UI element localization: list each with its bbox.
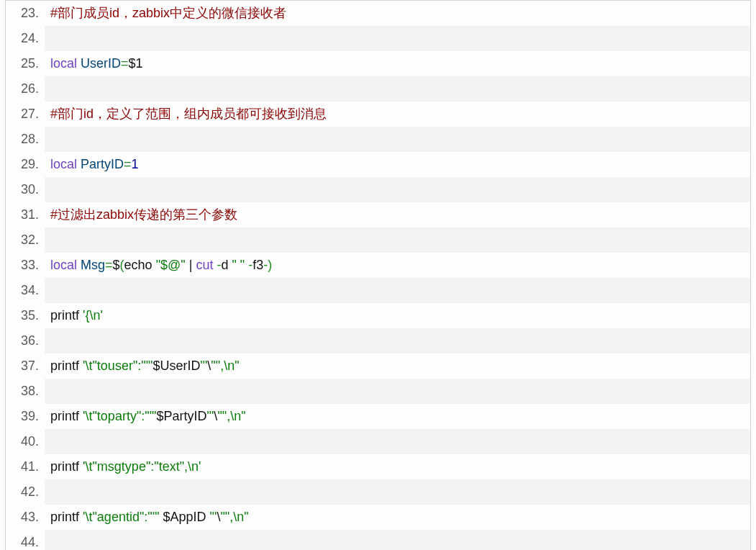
code-token: f3 — [252, 258, 263, 272]
code-line: 28. — [6, 127, 750, 152]
line-number: 23. — [6, 1, 45, 26]
code-line: 37.printf '\t"touser":"'"$UserID"'\"",\n… — [6, 353, 750, 379]
code-token: cut — [196, 258, 213, 272]
code-token: #部门id，定义了范围，组内成员都可接收到消息 — [50, 107, 327, 121]
code-token: printf — [50, 510, 83, 524]
line-content: printf '{\n' — [45, 303, 750, 328]
line-number: 26. — [6, 76, 45, 102]
line-content — [45, 26, 750, 51]
code-token: local — [50, 157, 77, 171]
code-line: 35.printf '{\n' — [6, 303, 750, 328]
line-number: 31. — [6, 202, 45, 227]
line-number: 33. — [6, 253, 45, 278]
code-token: " " — [232, 258, 245, 272]
line-number: 39. — [6, 404, 45, 429]
code-token: 1 — [132, 157, 139, 171]
line-number: 24. — [6, 26, 45, 51]
code-token: $ — [113, 258, 120, 272]
code-token: #过滤出zabbix传递的第三个参数 — [50, 207, 237, 222]
code-token: | — [186, 258, 196, 272]
code-token: $UserID — [153, 359, 201, 373]
line-content: #过滤出zabbix传递的第三个参数 — [45, 202, 750, 227]
line-number: 28. — [6, 127, 45, 152]
line-number: 41. — [6, 454, 45, 479]
code-line: 31.#过滤出zabbix传递的第三个参数 — [6, 202, 750, 227]
code-token: "$@" — [156, 258, 186, 272]
code-line-list: 23.#部门成员id，zabbix中定义的微信接收者24. 25.local U… — [6, 1, 750, 550]
code-line: 30. — [6, 177, 750, 202]
code-line: 36. — [6, 328, 750, 353]
code-token: "' — [210, 510, 217, 524]
line-number: 35. — [6, 303, 45, 328]
code-token: d — [221, 258, 232, 272]
line-content — [45, 278, 750, 303]
line-content: local Msg=$(echo "$@" | cut -d " " -f3-) — [45, 253, 750, 278]
code-line: 38. — [6, 379, 750, 404]
code-token: $AppID — [160, 510, 210, 524]
line-number: 30. — [6, 177, 45, 202]
line-content: printf '\t"toparty":"'"$PartyID"'\"",\n" — [45, 404, 750, 429]
code-token: "' — [207, 409, 214, 423]
line-number: 42. — [6, 479, 45, 505]
line-content: printf '\t"touser":"'"$UserID"'\"",\n" — [45, 353, 750, 379]
code-token: '\t"toparty":"'" — [83, 409, 156, 423]
code-token: printf — [50, 308, 83, 323]
code-token: printf — [50, 459, 83, 474]
code-line: 43.printf '\t"agentid":"'" $AppID "'\"",… — [6, 505, 750, 530]
line-content — [45, 379, 750, 404]
code-token: $PartyID — [157, 409, 207, 423]
line-content — [45, 227, 750, 253]
line-number: 25. — [6, 51, 45, 76]
code-line: 44. — [6, 530, 750, 550]
code-token: printf — [50, 359, 83, 373]
code-token: local — [50, 56, 77, 71]
line-content — [45, 479, 750, 505]
code-token: = — [121, 56, 129, 71]
code-line: 40. — [6, 429, 750, 454]
line-content — [45, 328, 750, 353]
line-content: printf '\t"agentid":"'" $AppID "'\"",\n" — [45, 505, 750, 530]
code-line: 32. — [6, 227, 750, 253]
code-line: 24. — [6, 26, 750, 51]
code-token: ) — [268, 258, 272, 272]
line-number: 37. — [6, 353, 45, 379]
code-line: 33.local Msg=$(echo "$@" | cut -d " " -f… — [6, 253, 750, 278]
line-content — [45, 76, 750, 102]
code-line: 39.printf '\t"toparty":"'"$PartyID"'\"",… — [6, 404, 750, 429]
code-token: '{\n' — [83, 308, 103, 323]
code-token: local — [50, 258, 77, 272]
line-number: 32. — [6, 227, 45, 253]
line-content — [45, 530, 750, 550]
line-number: 44. — [6, 530, 45, 550]
line-content — [45, 127, 750, 152]
code-token: = — [105, 258, 113, 272]
line-number: 29. — [6, 152, 45, 177]
line-content: printf '\t"msgtype":"text",\n' — [45, 454, 750, 479]
code-token: '\t"agentid":"'" — [83, 510, 160, 524]
code-token: "",\n" — [220, 510, 248, 524]
line-number: 27. — [6, 102, 45, 127]
code-line: 25.local UserID=$1 — [6, 51, 750, 76]
code-line: 26. — [6, 76, 750, 102]
code-token: '\t"msgtype":"text",\n' — [83, 459, 201, 474]
line-content — [45, 429, 750, 454]
line-content: #部门id，定义了范围，组内成员都可接收到消息 — [45, 102, 750, 127]
code-line: 23.#部门成员id，zabbix中定义的微信接收者 — [6, 1, 750, 26]
line-content — [45, 177, 750, 202]
code-token: UserID — [81, 56, 121, 71]
line-content: local UserID=$1 — [45, 51, 750, 76]
code-token: PartyID — [81, 157, 124, 171]
code-line: 29.local PartyID=1 — [6, 152, 750, 177]
line-number: 40. — [6, 429, 45, 454]
code-token: echo — [124, 258, 156, 272]
code-token: $1 — [129, 56, 143, 71]
line-content: #部门成员id，zabbix中定义的微信接收者 — [45, 1, 750, 26]
code-token: #部门成员id，zabbix中定义的微信接收者 — [50, 6, 286, 20]
code-line: 41.printf '\t"msgtype":"text",\n' — [6, 454, 750, 479]
line-number: 43. — [6, 505, 45, 530]
line-number: 38. — [6, 379, 45, 404]
code-token: = — [124, 157, 132, 171]
code-line: 34. — [6, 278, 750, 303]
code-block: 23.#部门成员id，zabbix中定义的微信接收者24. 25.local U… — [5, 0, 751, 550]
code-token: "",\n" — [211, 359, 239, 373]
